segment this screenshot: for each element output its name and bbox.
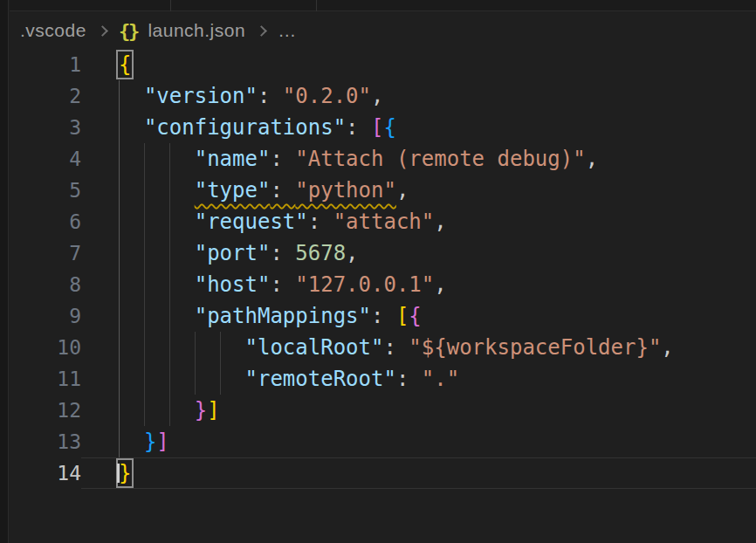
code-token: : — [383, 335, 409, 360]
code-token: "." — [422, 367, 459, 391]
code-token: "pathMappings" — [195, 304, 371, 328]
code-token: : — [258, 84, 283, 108]
code-token: : — [308, 210, 333, 234]
tab-divider — [316, 0, 317, 11]
json-braces-icon: {} — [119, 20, 139, 42]
line-number[interactable]: 13 — [10, 426, 81, 457]
code-line[interactable]: 1{ — [10, 49, 756, 80]
code-line-content[interactable]: }] — [81, 426, 756, 457]
code-line[interactable]: 14} — [10, 457, 756, 489]
indent-guide — [144, 332, 145, 363]
code-line[interactable]: 3 "configurations": [{ — [10, 112, 756, 143]
indent-guide — [169, 269, 170, 300]
code-line[interactable]: 4 "name": "Attach (remote debug)", — [10, 143, 756, 175]
line-number[interactable]: 4 — [10, 143, 81, 175]
code-token: ] — [207, 398, 219, 423]
line-number[interactable]: 6 — [10, 206, 81, 237]
code-token: "127.0.0.1" — [295, 272, 434, 297]
chevron-right-icon — [256, 25, 267, 37]
indent-guide — [119, 426, 120, 457]
code-token: : — [346, 115, 371, 140]
chevron-right-icon — [97, 25, 108, 37]
indent-guide — [169, 175, 170, 206]
code-line[interactable]: 9 "pathMappings": [{ — [10, 300, 756, 332]
code-token: "type" — [195, 178, 271, 203]
code-token: : — [371, 304, 396, 328]
line-number[interactable]: 8 — [10, 269, 81, 300]
indent-guide — [144, 175, 145, 206]
code-token: "version" — [144, 84, 258, 108]
line-number[interactable]: 9 — [10, 300, 81, 332]
indent-guide — [144, 206, 145, 237]
indent-guide — [119, 237, 120, 269]
breadcrumb-ellipsis[interactable]: … — [278, 20, 297, 41]
line-number[interactable]: 1 — [10, 49, 81, 80]
code-line[interactable]: 11 "remoteRoot": "." — [10, 363, 756, 395]
indent-guide — [195, 332, 196, 363]
editor-pane: .vscode {} launch.json … 1{2 "version": … — [10, 12, 756, 543]
line-number[interactable]: 14 — [10, 457, 81, 489]
code-token: "host" — [195, 272, 271, 297]
code-token: } — [195, 398, 207, 423]
indent-guide — [220, 332, 221, 363]
code-token: , — [371, 84, 383, 108]
code-line-content[interactable]: { — [81, 49, 756, 80]
breadcrumb: .vscode {} launch.json … — [10, 12, 756, 49]
code-line[interactable]: 6 "request": "attach", — [10, 206, 756, 237]
indent-guide — [169, 206, 170, 237]
code-token: "0.2.0" — [283, 84, 371, 108]
code-line-content[interactable]: "pathMappings": [{ — [81, 300, 756, 332]
line-number[interactable]: 7 — [10, 237, 81, 269]
code-token: 5678 — [295, 241, 346, 265]
code-line-content[interactable]: "host": "127.0.0.1", — [81, 269, 756, 300]
code-line[interactable]: 7 "port": 5678, — [10, 237, 756, 269]
line-number[interactable]: 5 — [10, 175, 81, 206]
indent-guide — [220, 363, 221, 395]
line-number[interactable]: 3 — [10, 112, 81, 143]
code-line-content[interactable]: "port": 5678, — [81, 237, 756, 269]
code-line[interactable]: 8 "host": "127.0.0.1", — [10, 269, 756, 300]
code-line-content[interactable]: "version": "0.2.0", — [81, 80, 756, 112]
indent-guide — [169, 143, 170, 175]
code-line[interactable]: 10 "localRoot": "${workspaceFolder}", — [10, 332, 756, 363]
code-editor[interactable]: 1{2 "version": "0.2.0",3 "configurations… — [10, 49, 756, 489]
indent-guide — [119, 332, 120, 363]
code-line[interactable]: 2 "version": "0.2.0", — [10, 80, 756, 112]
indent-guide — [169, 332, 170, 363]
code-line[interactable]: 5 "type": "python", — [10, 175, 756, 206]
code-token: "configurations" — [144, 115, 346, 140]
code-token: [ — [396, 304, 409, 328]
code-line-content[interactable]: "remoteRoot": "." — [81, 363, 756, 395]
code-token: , — [346, 241, 358, 265]
indent-guide — [144, 143, 145, 175]
warning-squiggle: "type": "python" — [195, 178, 396, 203]
code-line-content[interactable]: "configurations": [{ — [81, 112, 756, 143]
code-line-content[interactable]: } — [81, 457, 756, 489]
code-token: "Attach (remote debug)" — [295, 147, 585, 171]
breadcrumb-folder[interactable]: .vscode — [20, 20, 86, 41]
code-token: { — [119, 52, 131, 77]
tab-divider — [170, 0, 171, 11]
code-line-content[interactable]: "name": "Attach (remote debug)", — [81, 143, 756, 175]
indent-guide — [119, 143, 120, 175]
line-number[interactable]: 11 — [10, 363, 81, 395]
code-token: : — [270, 147, 295, 171]
indent-guide — [195, 363, 196, 395]
code-line-content[interactable]: "localRoot": "${workspaceFolder}", — [81, 332, 756, 363]
code-token: "name" — [195, 147, 271, 171]
code-token: "localRoot" — [245, 335, 384, 360]
code-line[interactable]: 12 }] — [10, 395, 756, 426]
indent-guide — [144, 269, 145, 300]
line-number[interactable]: 12 — [10, 395, 81, 426]
line-number[interactable]: 10 — [10, 332, 81, 363]
breadcrumb-file[interactable]: launch.json — [148, 20, 245, 41]
indent-guide — [169, 300, 170, 332]
line-number[interactable]: 2 — [10, 80, 81, 112]
code-line[interactable]: 13 }] — [10, 426, 756, 457]
code-token: : — [270, 241, 295, 265]
code-token: , — [434, 272, 446, 297]
code-line-content[interactable]: "type": "python", — [81, 175, 756, 206]
code-line-content[interactable]: "request": "attach", — [81, 206, 756, 237]
sidebar-edge — [0, 0, 9, 543]
code-line-content[interactable]: }] — [81, 395, 756, 426]
